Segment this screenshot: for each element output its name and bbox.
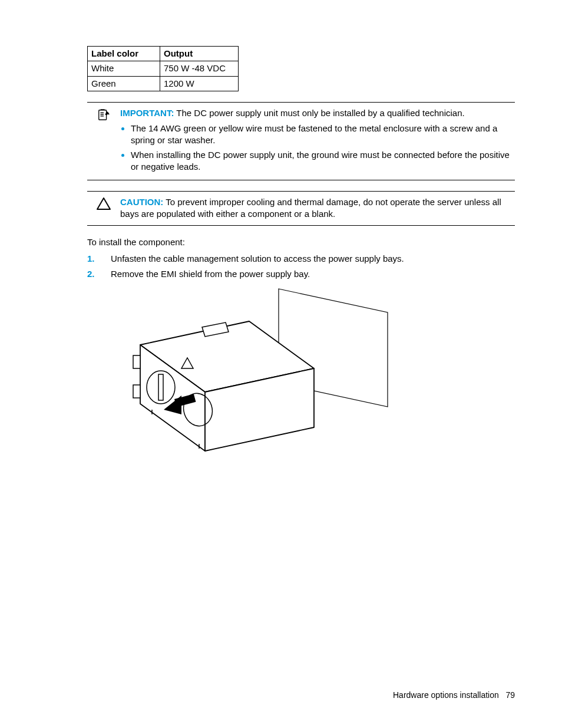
emi-shield-figure [111, 286, 515, 472]
list-item: The 14 AWG green or yellow wire must be … [131, 123, 515, 147]
cell: Green [88, 76, 160, 91]
important-lead: The DC power supply unit must only be in… [174, 108, 464, 118]
svg-rect-14 [133, 355, 140, 368]
page-footer: Hardware options installation 79 [393, 690, 515, 701]
cell: 1200 W [160, 76, 239, 91]
important-content: IMPORTANT: The DC power supply unit must… [120, 107, 515, 175]
caution-text: To prevent improper cooling and thermal … [120, 197, 501, 219]
svg-rect-15 [133, 385, 140, 398]
table-row: White 750 W -48 VDC [88, 61, 239, 76]
document-page: Label color Output White 750 W -48 VDC G… [0, 0, 562, 728]
note-icon [87, 107, 120, 121]
col-header-2: Output [160, 47, 239, 61]
caution-callout: CAUTION: To prevent improper cooling and… [87, 191, 515, 226]
table-header-row: Label color Output [88, 47, 239, 61]
intro-text: To install the component: [87, 236, 515, 248]
step-item: Remove the EMI shield from the power sup… [87, 268, 515, 280]
footer-page-number: 79 [505, 690, 515, 700]
footer-section: Hardware options installation [393, 690, 499, 700]
important-label: IMPORTANT: [120, 108, 174, 118]
steps-list: Unfasten the cable management solution t… [87, 253, 515, 281]
svg-rect-9 [158, 374, 163, 400]
list-item: When installing the DC power supply unit… [131, 149, 515, 173]
cell: White [88, 61, 160, 76]
warning-icon [87, 196, 120, 210]
col-header-1: Label color [88, 47, 160, 61]
caution-content: CAUTION: To prevent improper cooling and… [120, 196, 515, 220]
step-item: Unfasten the cable management solution t… [87, 253, 515, 265]
table-row: Green 1200 W [88, 76, 239, 91]
important-callout: IMPORTANT: The DC power supply unit must… [87, 102, 515, 180]
spec-table: Label color Output White 750 W -48 VDC G… [87, 46, 239, 91]
important-list: The 14 AWG green or yellow wire must be … [131, 123, 515, 173]
svg-rect-0 [99, 110, 107, 120]
cell: 750 W -48 VDC [160, 61, 239, 76]
caution-label: CAUTION: [120, 197, 163, 207]
